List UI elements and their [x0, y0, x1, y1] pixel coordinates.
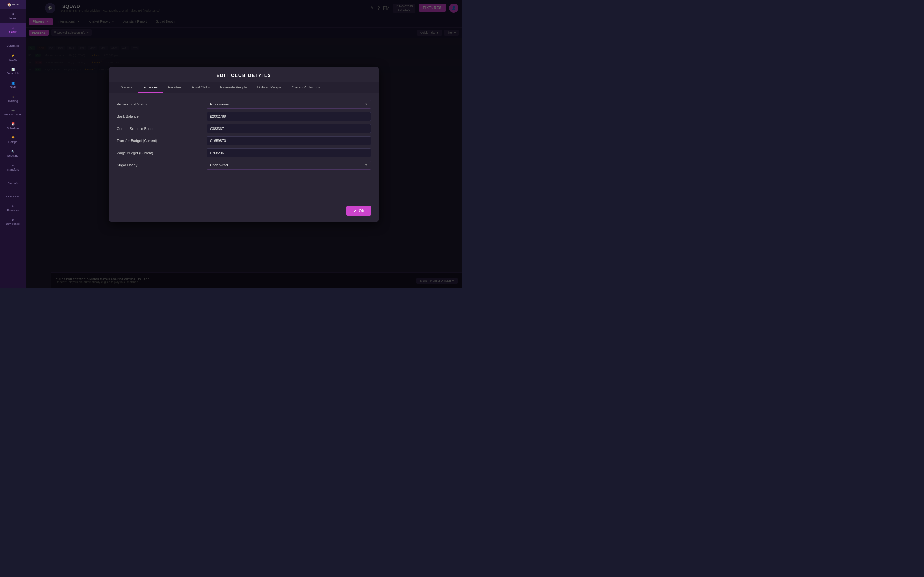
wage-budget-label: Wage Budget (Current)	[117, 151, 207, 155]
scouting-budget-label: Current Scouting Budget	[117, 127, 207, 131]
sidebar-medical-label: Medical Centre	[4, 113, 21, 116]
medical-icon: ➕	[11, 109, 15, 112]
finances-icon: £	[12, 205, 13, 208]
sidebar-item-clubinfo[interactable]: ℹ Club Info	[0, 174, 26, 188]
sidebar-item-scouting[interactable]: 🔍 Scouting	[0, 147, 26, 161]
sugar-daddy-label: Sugar Daddy	[117, 163, 207, 167]
wage-budget-input[interactable]	[207, 148, 371, 157]
modal-footer: ✔ Ok	[109, 202, 379, 221]
form-row-transfer-budget: Transfer Budget (Current)	[117, 136, 371, 145]
modal-tab-rival-clubs[interactable]: Rival Clubs	[187, 82, 215, 93]
scouting-budget-input[interactable]	[207, 124, 371, 133]
modal-tab-disliked-people[interactable]: Disliked People	[252, 82, 286, 93]
clubvision-icon: 👁	[11, 191, 15, 194]
sugar-daddy-select[interactable]: None Underwriter Benefactor Sugar Daddy	[207, 161, 371, 169]
staff-icon: 👥	[11, 81, 15, 85]
professional-status-label: Professional Status	[117, 102, 207, 106]
sidebar-item-scout[interactable]: 👁 Scout	[0, 23, 26, 37]
form-row-wage-budget: Wage Budget (Current)	[117, 148, 371, 157]
clubinfo-icon: ℹ	[13, 177, 13, 181]
sidebar-item-tactics[interactable]: ⚡ Tactics	[0, 51, 26, 64]
bank-balance-label: Bank Balance	[117, 114, 207, 118]
home-icon: 🏠	[7, 3, 11, 7]
sidebar-devcentre-label: Dev. Centre	[6, 222, 19, 226]
modal-title: EDIT CLUB DETAILS	[109, 67, 379, 82]
form-row-bank-balance: Bank Balance	[117, 112, 371, 121]
sidebar-item-inbox[interactable]: ✉ Inbox	[0, 9, 26, 23]
modal-tab-finances[interactable]: Finances	[138, 82, 163, 93]
sugar-daddy-select-wrapper: None Underwriter Benefactor Sugar Daddy	[207, 161, 371, 169]
modal-tab-current-affiliations[interactable]: Current Affiliations	[286, 82, 325, 93]
modal-tab-favourite-people[interactable]: Favourite People	[215, 82, 252, 93]
sidebar-item-training[interactable]: 🏃 Training	[0, 92, 26, 106]
form-row-professional-status: Professional Status Amateur Semi-Profess…	[117, 100, 371, 109]
modal-tab-bar: General Finances Facilities Rival Clubs …	[109, 82, 379, 93]
sidebar-item-staff[interactable]: 👥 Staff	[0, 78, 26, 92]
schedule-icon: 📅	[11, 122, 15, 126]
sidebar-home-item[interactable]: 🏠 Home	[0, 0, 26, 9]
form-row-sugar-daddy: Sugar Daddy None Underwriter Benefactor …	[117, 161, 371, 169]
ok-button[interactable]: ✔ Ok	[347, 206, 371, 216]
modal-tab-facilities[interactable]: Facilities	[163, 82, 187, 93]
dynamics-icon: ↕	[12, 40, 14, 43]
sidebar-item-finances[interactable]: £ Finances	[0, 201, 26, 215]
modal-tab-general[interactable]: General	[115, 82, 138, 93]
sidebar-item-competitions[interactable]: 🏆 Comps	[0, 133, 26, 147]
transfer-budget-label: Transfer Budget (Current)	[117, 139, 207, 143]
form-row-scouting-budget: Current Scouting Budget	[117, 124, 371, 133]
sidebar-item-schedule[interactable]: 📅 Schedule	[0, 119, 26, 133]
bank-balance-input[interactable]	[207, 112, 371, 121]
professional-status-select-wrapper: Amateur Semi-Professional Professional	[207, 100, 371, 109]
sidebar-home-label: Home	[11, 3, 18, 6]
sidebar-clubinfo-label: Club Info	[8, 182, 18, 185]
tactics-icon: ⚡	[11, 54, 15, 57]
sidebar-item-clubvision[interactable]: 👁 Club Vision	[0, 188, 26, 201]
competitions-icon: 🏆	[11, 136, 15, 139]
sidebar-item-dynamics[interactable]: ↕ Dynamics	[0, 37, 26, 51]
transfer-budget-input[interactable]	[207, 136, 371, 145]
sidebar-item-devcentre[interactable]: ⚙ Dev. Centre	[0, 215, 26, 229]
modal-body: Professional Status Amateur Semi-Profess…	[109, 93, 379, 202]
sidebar-clubvision-label: Club Vision	[6, 195, 19, 198]
sidebar-item-medical[interactable]: ➕ Medical Centre	[0, 106, 26, 119]
datahub-icon: 📊	[11, 68, 15, 71]
transfers-icon: ↔	[11, 164, 15, 167]
professional-status-select[interactable]: Amateur Semi-Professional Professional	[207, 100, 371, 109]
training-icon: 🏃	[11, 95, 15, 98]
ok-checkmark-icon: ✔	[354, 209, 357, 213]
scouting-icon: 🔍	[11, 150, 15, 153]
sidebar-item-transfers[interactable]: ↔ Transfers	[0, 161, 26, 174]
inbox-icon: ✉	[11, 13, 14, 16]
sidebar: 🏠 Home ✉ Inbox 👁 Scout ↕ Dynamics ⚡ Tact…	[0, 0, 26, 288]
edit-club-details-modal: EDIT CLUB DETAILS General Finances Facil…	[109, 67, 379, 221]
scout-icon: 👁	[11, 26, 15, 29]
devcentre-icon: ⚙	[11, 218, 14, 221]
sidebar-item-datahub[interactable]: 📊 Data Hub	[0, 64, 26, 78]
main-content: ← → ⚽ SQUAD 9th in English Premier Divis…	[26, 0, 462, 288]
